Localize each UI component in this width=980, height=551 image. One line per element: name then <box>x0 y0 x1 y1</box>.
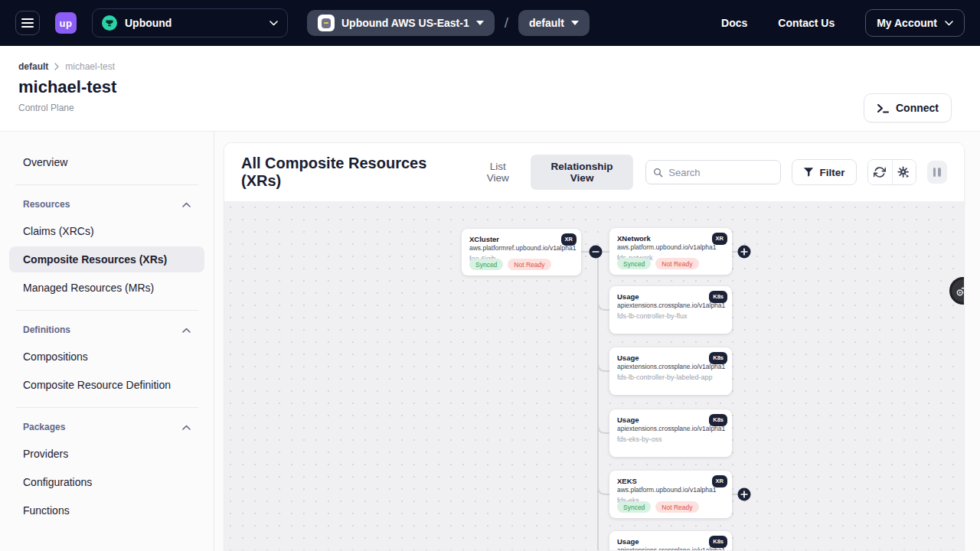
sidebar-item-overview[interactable]: Overview <box>9 149 204 175</box>
chevron-down-icon <box>270 21 278 26</box>
search-input[interactable] <box>668 167 773 178</box>
docs-link[interactable]: Docs <box>721 17 747 29</box>
control-plane-selector[interactable]: Upbound AWS US-East-1 <box>307 10 495 36</box>
pause-icon <box>933 168 936 177</box>
node-api-version: apiextensions.crossplane.io/v1alpha1 <box>617 302 724 309</box>
breadcrumb-group[interactable]: default <box>18 61 48 72</box>
sidebar-section-packages[interactable]: Packages <box>9 417 204 439</box>
view-toggle: List View Relationship View <box>469 155 634 190</box>
node-type-badge: XR <box>712 233 727 245</box>
sidebar-divider <box>15 407 198 408</box>
group-selector-label: default <box>529 17 564 29</box>
resources-panel: All Composite Resources (XRs) List View … <box>224 142 965 551</box>
contact-us-link[interactable]: Contact Us <box>778 17 835 29</box>
sidebar-item-composite-resources-xrs[interactable]: Composite Resources (XRs) <box>9 246 204 272</box>
node-type-badge: XR <box>561 233 577 246</box>
pause-button[interactable] <box>927 161 947 184</box>
node-instance-name: fds-eks-by-oss <box>617 435 724 443</box>
page-header: default michael-test michael-test Contro… <box>0 46 980 132</box>
sidebar-section-definitions[interactable]: Definitions <box>9 320 204 341</box>
relationship-view-button[interactable]: Relationship View <box>531 155 633 190</box>
sidebar-item-compositions[interactable]: Compositions <box>9 344 204 370</box>
canvas-actions <box>867 159 916 185</box>
page-title: michael-test <box>18 77 962 97</box>
status-badge: Not Ready <box>508 259 550 270</box>
breadcrumb-separator: / <box>505 15 508 31</box>
node-instance-name: fds-lb-controller-by-labeled-app <box>617 373 724 381</box>
node-title: Usage <box>617 537 724 546</box>
status-badge: Synced <box>469 259 503 270</box>
node-type-badge: XR <box>712 475 727 487</box>
sidebar-item-claims-xrcs[interactable]: Claims (XRCs) <box>9 218 204 244</box>
menu-button[interactable] <box>15 11 40 35</box>
sidebar-divider <box>15 310 198 311</box>
group-selector[interactable]: default <box>518 10 590 36</box>
my-account-label: My Account <box>877 17 937 29</box>
topbar: up Upbound Upbound AWS US-East-1 / defau… <box>0 0 980 46</box>
sidebar-item-providers[interactable]: Providers <box>9 441 204 467</box>
chevron-right-icon <box>54 63 59 70</box>
sidebar-item-composite-resource-definition[interactable]: Composite Resource Definition <box>9 372 204 398</box>
filter-icon <box>803 167 814 178</box>
page-subtitle: Control Plane <box>18 103 962 113</box>
sidebar-item-configurations[interactable]: Configurations <box>9 469 204 495</box>
resource-node-usage-2[interactable]: Usageapiextensions.crossplane.io/v1alpha… <box>609 347 732 395</box>
filter-label: Filter <box>820 167 845 178</box>
node-status-badges: SyncedNot Ready <box>617 258 699 269</box>
node-type-badge: K8s <box>709 414 727 426</box>
refresh-icon <box>874 166 886 178</box>
sidebar: OverviewResourcesClaims (XRCs)Composite … <box>0 132 214 551</box>
auto-sync-button[interactable] <box>892 160 916 184</box>
node-status-badges: SyncedNot Ready <box>617 501 699 513</box>
node-title: XCluster <box>469 235 573 243</box>
main-area: All Composite Resources (XRs) List View … <box>214 132 980 551</box>
sidebar-divider <box>15 184 198 185</box>
sidebar-section-resources[interactable]: Resources <box>9 194 204 216</box>
resource-node-xnetwork[interactable]: XNetworkaws.platform.upbound.io/v1alpha1… <box>609 228 732 275</box>
sidebar-item-functions[interactable]: Functions <box>9 497 204 523</box>
connect-label: Connect <box>896 102 939 114</box>
node-title: Usage <box>617 354 724 362</box>
control-plane-icon <box>318 15 335 31</box>
panel-toolbar: All Composite Resources (XRs) List View … <box>224 143 964 201</box>
search-icon <box>653 167 663 178</box>
org-avatar-icon <box>102 15 117 31</box>
chevron-up-icon <box>182 425 191 430</box>
status-badge: Synced <box>617 501 651 513</box>
org-selector[interactable]: Upbound <box>92 8 288 37</box>
connect-button[interactable]: Connect <box>864 93 952 122</box>
status-badge: Synced <box>617 258 651 269</box>
resource-node-xeks[interactable]: XEKSaws.platform.upbound.io/v1alpha1fds-… <box>609 471 732 518</box>
node-title: Usage <box>617 416 724 424</box>
node-title: Usage <box>617 292 724 301</box>
list-view-button[interactable]: List View <box>469 155 528 190</box>
caret-down-icon <box>571 21 579 25</box>
topbar-links: Docs Contact Us My Account <box>721 9 965 37</box>
gear-play-icon <box>897 166 910 179</box>
filter-button[interactable]: Filter <box>792 159 857 185</box>
status-badge: Not Ready <box>655 501 698 513</box>
node-title: XNetwork <box>617 234 724 243</box>
node-type-badge: K8s <box>709 536 727 548</box>
node-api-version: aws.platform.upbound.io/v1alpha1 <box>617 486 724 494</box>
graph-edges <box>224 201 964 550</box>
node-api-version: aws.platform.upbound.io/v1alpha1 <box>617 243 724 251</box>
node-type-badge: K8s <box>709 352 727 364</box>
my-account-button[interactable]: My Account <box>865 9 965 37</box>
hamburger-icon <box>21 18 34 28</box>
node-api-version: aws.platformref.upbound.io/v1alpha1 <box>469 244 573 252</box>
breadcrumb-control-plane: michael-test <box>65 61 115 72</box>
resource-node-usage-3[interactable]: Usageapiextensions.crossplane.io/v1alpha… <box>609 409 732 457</box>
upbound-logo[interactable]: up <box>55 12 77 34</box>
chevron-down-icon <box>945 21 953 26</box>
resource-node-usage-1[interactable]: Usageapiextensions.crossplane.io/v1alpha… <box>609 286 732 334</box>
resource-node-usage-4[interactable]: Usageapiextensions.crossplane.io/v1alpha… <box>609 531 732 550</box>
resource-node-xcluster[interactable]: XClusteraws.platformref.upbound.io/v1alp… <box>462 229 581 276</box>
node-instance-name: fds-lb-controller-by-flux <box>617 312 724 320</box>
relationship-canvas[interactable]: XClusteraws.platformref.upbound.io/v1alp… <box>224 201 964 550</box>
status-badge: Not Ready <box>655 258 698 269</box>
sidebar-item-managed-resources-mrs[interactable]: Managed Resources (MRs) <box>9 275 204 301</box>
refresh-button[interactable] <box>868 160 892 184</box>
panel-title: All Composite Resources (XRs) <box>241 155 458 190</box>
terminal-icon <box>877 103 889 114</box>
